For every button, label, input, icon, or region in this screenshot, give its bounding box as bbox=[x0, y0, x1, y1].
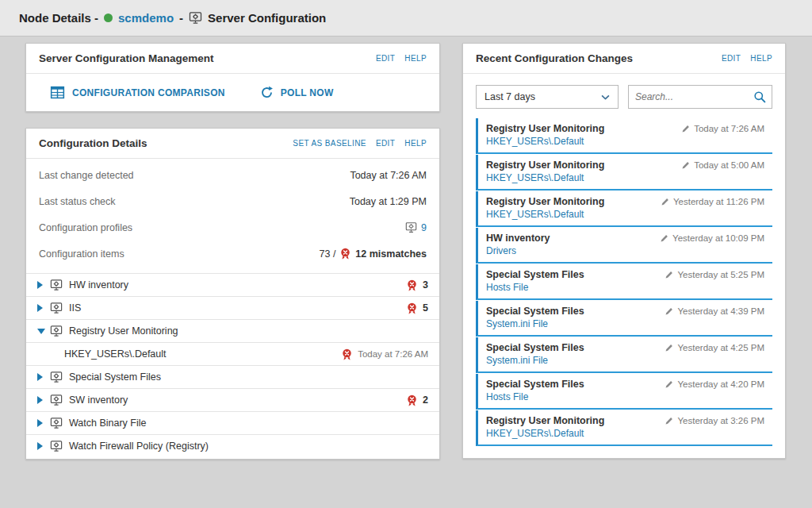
change-profile-title: Special System Files bbox=[486, 342, 584, 353]
change-time: Today at 5:00 AM bbox=[681, 160, 764, 170]
config-details-panel: Configuration Details SET AS BASELINE ED… bbox=[25, 128, 440, 460]
expand-arrow-icon[interactable] bbox=[37, 396, 43, 404]
mismatch-count: 3 bbox=[423, 279, 428, 291]
change-target-link[interactable]: Hosts File bbox=[486, 391, 764, 402]
stat-last-check: Last status check Today at 1:29 PM bbox=[39, 188, 427, 214]
change-item[interactable]: Registry User MonitoringYesterday at 11:… bbox=[476, 191, 772, 227]
time-range-select[interactable]: Last 7 days bbox=[476, 85, 619, 109]
node-status-up-icon bbox=[104, 13, 113, 22]
mismatch-icon bbox=[406, 279, 418, 291]
tree-item-label: HKEY_USERs\.Default bbox=[64, 348, 167, 360]
poll-now-button[interactable]: POLL NOW bbox=[260, 86, 334, 99]
change-target-link[interactable]: HKEY_USERs\.Default bbox=[486, 428, 764, 439]
expand-arrow-icon[interactable] bbox=[37, 419, 43, 427]
page-title: Node Details - scmdemo - Server Configur… bbox=[19, 11, 326, 25]
right-column: Recent Configuration Changes EDIT HELP L… bbox=[462, 43, 786, 475]
tree-row[interactable]: Watch Firewall Policy (Registry) bbox=[26, 434, 439, 457]
change-target-link[interactable]: System.ini File bbox=[486, 318, 764, 329]
stat-value: 9 bbox=[405, 221, 427, 233]
config-item-icon bbox=[50, 302, 63, 314]
change-profile-title: Special System Files bbox=[486, 306, 584, 317]
change-target-link[interactable]: Hosts File bbox=[486, 282, 764, 293]
tree-child-row[interactable]: HKEY_USERs\.DefaultToday at 7:26 AM bbox=[26, 342, 439, 365]
pencil-icon bbox=[665, 344, 673, 352]
change-timestamp: Yesterday at 4:39 PM bbox=[677, 306, 764, 316]
tree-row[interactable]: Registry User Monitoring bbox=[26, 319, 439, 342]
details-edit-link[interactable]: EDIT bbox=[376, 139, 395, 148]
page-title-prefix: Node Details - bbox=[19, 11, 98, 25]
tree-row[interactable]: Watch Binary File bbox=[26, 411, 439, 434]
change-timestamp: Yesterday at 10:09 PM bbox=[672, 233, 764, 243]
change-profile-title: Registry User Monitoring bbox=[486, 160, 604, 171]
change-target-link[interactable]: HKEY_USERs\.Default bbox=[486, 172, 764, 183]
change-item[interactable]: Special System FilesYesterday at 4:25 PM… bbox=[476, 337, 772, 373]
change-item[interactable]: Registry User MonitoringToday at 7:26 AM… bbox=[476, 118, 772, 154]
recent-changes-title: Recent Configuration Changes bbox=[476, 52, 633, 64]
set-as-baseline-link[interactable]: SET AS BASELINE bbox=[293, 139, 366, 148]
pencil-icon bbox=[665, 417, 673, 425]
change-target-link[interactable]: Drivers bbox=[486, 245, 764, 256]
mismatch-icon bbox=[406, 302, 418, 314]
scm-toolbar: CONFIGURATION COMPARISON POLL NOW bbox=[26, 74, 439, 111]
config-item-icon bbox=[50, 371, 63, 383]
search-box bbox=[628, 85, 772, 109]
change-item[interactable]: Special System FilesYesterday at 4:39 PM… bbox=[476, 301, 772, 337]
scm-edit-link[interactable]: EDIT bbox=[376, 54, 395, 63]
change-target-link[interactable]: System.ini File bbox=[486, 355, 764, 366]
details-help-link[interactable]: HELP bbox=[404, 139, 427, 148]
change-item[interactable]: Special System FilesYesterday at 4:20 PM… bbox=[476, 374, 772, 410]
expand-arrow-icon[interactable] bbox=[37, 442, 43, 450]
config-item-icon bbox=[50, 440, 63, 452]
search-button[interactable] bbox=[748, 86, 772, 108]
mismatch-icon bbox=[406, 394, 418, 406]
change-target-link[interactable]: HKEY_USERs\.Default bbox=[486, 209, 764, 220]
change-profile-title: HW inventory bbox=[486, 233, 550, 244]
main-content: Server Configuration Management EDIT HEL… bbox=[0, 37, 812, 475]
pencil-icon bbox=[665, 307, 673, 316]
change-timestamp: Yesterday at 4:25 PM bbox=[677, 343, 764, 352]
search-input[interactable] bbox=[629, 91, 748, 102]
change-item[interactable]: HW inventoryYesterday at 10:09 PMDrivers bbox=[476, 228, 772, 264]
stat-label: Last change detected bbox=[39, 170, 134, 181]
tree-row[interactable]: SW inventory2 bbox=[26, 388, 439, 411]
profiles-count-link[interactable]: 9 bbox=[421, 222, 427, 233]
tree-item-label: IIS bbox=[69, 302, 81, 314]
scm-header-links: EDIT HELP bbox=[376, 54, 427, 63]
poll-now-label: POLL NOW bbox=[281, 87, 334, 98]
config-item-icon bbox=[50, 279, 63, 291]
mismatch-count: 2 bbox=[423, 394, 428, 406]
recent-changes-links: EDIT HELP bbox=[722, 54, 772, 63]
expand-arrow-icon[interactable] bbox=[37, 281, 43, 289]
title-separator: - bbox=[179, 11, 183, 25]
scm-help-link[interactable]: HELP bbox=[404, 54, 427, 63]
configuration-comparison-label: CONFIGURATION COMPARISON bbox=[72, 87, 225, 98]
change-timestamp: Yesterday at 5:25 PM bbox=[677, 270, 764, 279]
pencil-icon bbox=[681, 161, 690, 170]
expand-arrow-icon[interactable] bbox=[37, 304, 43, 312]
changes-edit-link[interactable]: EDIT bbox=[722, 54, 741, 63]
configuration-comparison-button[interactable]: CONFIGURATION COMPARISON bbox=[50, 85, 225, 100]
change-target-link[interactable]: HKEY_USERs\.Default bbox=[486, 136, 764, 147]
change-profile-title: Special System Files bbox=[486, 269, 584, 280]
tree-row[interactable]: HW inventory3 bbox=[26, 273, 439, 296]
collapse-arrow-icon[interactable] bbox=[37, 329, 45, 334]
mismatch-icon bbox=[341, 348, 353, 360]
change-time: Yesterday at 10:09 PM bbox=[660, 233, 764, 243]
recent-changes-panel: Recent Configuration Changes EDIT HELP L… bbox=[462, 43, 786, 459]
page-title-suffix: Server Configuration bbox=[208, 11, 326, 25]
tree-row[interactable]: Special System Files bbox=[26, 365, 439, 388]
scm-panel-header: Server Configuration Management EDIT HEL… bbox=[26, 44, 439, 74]
node-name-link[interactable]: scmdemo bbox=[118, 11, 174, 25]
config-details-title: Configuration Details bbox=[39, 137, 147, 149]
tree-item-label: Registry User Monitoring bbox=[69, 325, 178, 337]
expand-arrow-icon[interactable] bbox=[37, 373, 43, 381]
change-item[interactable]: Registry User MonitoringYesterday at 3:2… bbox=[476, 410, 772, 446]
tree-row[interactable]: IIS5 bbox=[26, 296, 439, 319]
change-item[interactable]: Special System FilesYesterday at 5:25 PM… bbox=[476, 264, 772, 300]
change-item[interactable]: Registry User MonitoringToday at 5:00 AM… bbox=[476, 155, 772, 190]
tree-item-label: SW inventory bbox=[69, 394, 128, 406]
comparison-icon bbox=[50, 85, 65, 100]
time-range-value: Last 7 days bbox=[485, 91, 535, 102]
changes-help-link[interactable]: HELP bbox=[750, 54, 772, 63]
change-time: Yesterday at 11:26 PM bbox=[661, 197, 764, 206]
